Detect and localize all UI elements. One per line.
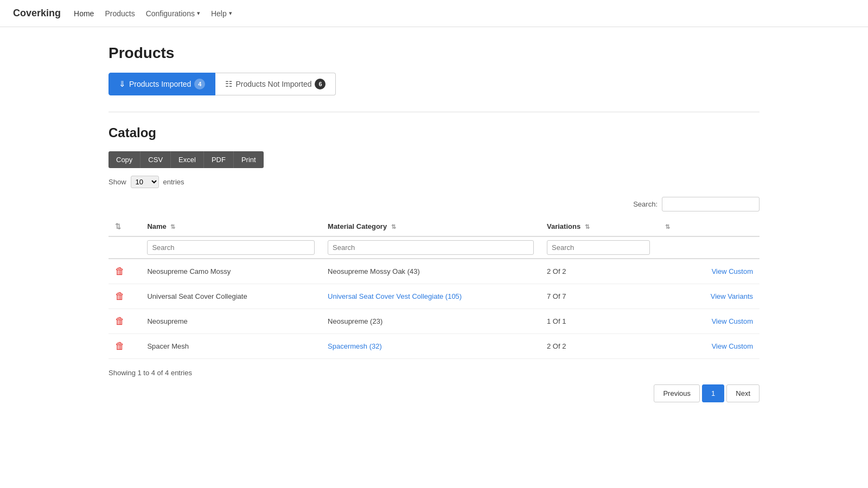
action-cell: View Custom [656,259,760,284]
material-search-input[interactable] [328,240,534,255]
material-category-link[interactable]: Universal Seat Cover Vest Collegiate (10… [328,292,462,300]
col-header-variations[interactable]: Variations ⇅ [540,217,656,236]
delete-cell: 🗑 [108,259,141,284]
sort-icon-0: ⇅ [115,222,121,230]
sort-icon-variations: ⇅ [585,223,590,230]
table-header-row: ⇅ Name ⇅ Material Category ⇅ Variations … [108,217,760,236]
col-search-action [656,236,760,259]
col-search-variations [540,236,656,259]
table-row: 🗑Universal Seat Cover CollegiateUniversa… [108,284,760,309]
material-category-link[interactable]: Spacermesh (32) [328,342,382,350]
col-material-label: Material Category [328,222,387,230]
column-search-row [108,236,760,259]
product-name-cell: Neosupreme [141,309,321,334]
show-label-before: Show [108,178,126,186]
tab-not-imported-label: Products Not Imported [235,80,311,88]
delete-icon[interactable]: 🗑 [115,266,125,277]
table-row: 🗑Neosupreme Camo MossyNeosupreme Mossy O… [108,259,760,284]
table-row: 🗑Spacer MeshSpacermesh (32)2 Of 2View Cu… [108,334,760,359]
main-content: Products ⇓ Products Imported 4 ☷ Product… [0,27,868,488]
show-entries: Show 10 25 50 100 entries [108,176,760,188]
import-off-icon: ☷ [225,79,232,89]
col-header-name[interactable]: Name ⇅ [141,217,321,236]
toolbar: Copy CSV Excel PDF Print [108,151,760,168]
pdf-button[interactable]: PDF [204,151,234,168]
table-row: 🗑NeosupremeNeosupreme (23)1 Of 1View Cus… [108,309,760,334]
tab-imported-label: Products Imported [129,80,191,88]
variations-cell: 2 Of 2 [540,334,656,359]
tab-not-imported-badge: 6 [315,79,326,89]
pagination-info: Showing 1 to 4 of 4 entries [108,369,760,377]
tab-products-not-imported[interactable]: ☷ Products Not Imported 6 [215,73,336,95]
previous-button[interactable]: Previous [654,384,700,402]
catalog-table: ⇅ Name ⇅ Material Category ⇅ Variations … [108,217,760,359]
nav-configurations[interactable]: Configurations [146,9,200,18]
material-category-cell[interactable]: Spacermesh (32) [321,334,540,359]
col-header-delete: ⇅ [108,217,141,236]
nav-products[interactable]: Products [105,9,135,18]
print-button[interactable]: Print [234,151,264,168]
product-name-cell: Neosupreme Camo Mossy [141,259,321,284]
delete-cell: 🗑 [108,309,141,334]
product-name-cell: Universal Seat Cover Collegiate [141,284,321,309]
tabs-container: ⇓ Products Imported 4 ☷ Products Not Imp… [108,73,760,95]
global-search-input[interactable] [662,197,760,211]
entries-select[interactable]: 10 25 50 100 [131,176,159,188]
delete-icon[interactable]: 🗑 [115,291,125,301]
delete-icon[interactable]: 🗑 [115,316,125,326]
section-title: Catalog [108,125,760,140]
global-search-row: Search: [108,197,760,211]
sort-icon-material: ⇅ [391,223,396,230]
action-link[interactable]: View Variants [711,292,753,300]
delete-cell: 🗑 [108,284,141,309]
next-button[interactable]: Next [726,384,760,402]
variations-search-input[interactable] [547,240,650,255]
brand-logo: Coverking [13,8,61,19]
tab-products-imported[interactable]: ⇓ Products Imported 4 [108,73,215,95]
pagination: Previous 1 Next [108,384,760,402]
variations-cell: 2 Of 2 [540,259,656,284]
excel-button[interactable]: Excel [171,151,204,168]
tab-imported-badge: 4 [194,79,205,89]
action-cell: View Variants [656,284,760,309]
action-link[interactable]: View Custom [712,267,753,275]
nav-help[interactable]: Help [211,9,232,18]
material-category-cell: Neosupreme Mossy Oak (43) [321,259,540,284]
material-category-cell[interactable]: Universal Seat Cover Vest Collegiate (10… [321,284,540,309]
material-category-cell: Neosupreme (23) [321,309,540,334]
action-link[interactable]: View Custom [712,342,753,350]
nav-home[interactable]: Home [74,9,94,18]
name-search-input[interactable] [147,240,315,255]
show-label-after: entries [163,178,184,186]
table-body: 🗑Neosupreme Camo MossyNeosupreme Mossy O… [108,259,760,359]
delete-cell: 🗑 [108,334,141,359]
col-variations-label: Variations [547,222,580,230]
variations-cell: 7 Of 7 [540,284,656,309]
col-header-material[interactable]: Material Category ⇅ [321,217,540,236]
col-header-action[interactable]: ⇅ [656,217,760,236]
product-name-cell: Spacer Mesh [141,334,321,359]
page-1-button[interactable]: 1 [702,384,724,402]
page-title: Products [108,44,760,62]
col-search-name [141,236,321,259]
action-cell: View Custom [656,334,760,359]
action-cell: View Custom [656,309,760,334]
col-search-delete [108,236,141,259]
sort-icon-action: ⇅ [665,223,670,230]
nav-links: Home Products Configurations Help [74,9,232,18]
sort-icon-name: ⇅ [170,223,175,230]
navbar: Coverking Home Products Configurations H… [0,0,868,27]
action-link[interactable]: View Custom [712,317,753,325]
variations-cell: 1 Of 1 [540,309,656,334]
import-icon: ⇓ [119,79,126,89]
search-label: Search: [633,200,658,208]
delete-icon[interactable]: 🗑 [115,341,125,351]
col-name-label: Name [147,222,166,230]
csv-button[interactable]: CSV [141,151,171,168]
col-search-material [321,236,540,259]
copy-button[interactable]: Copy [108,151,141,168]
